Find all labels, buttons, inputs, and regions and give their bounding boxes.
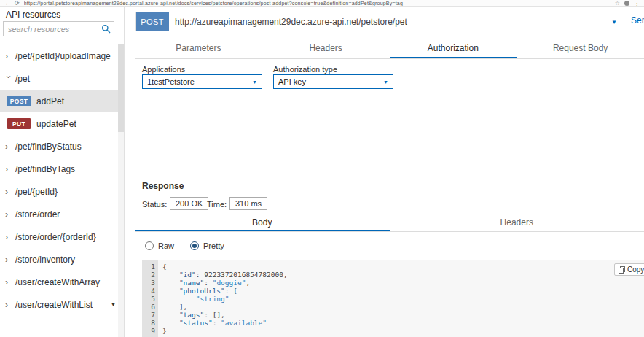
sidebar-item-label: /pet/findByTags — [15, 164, 75, 174]
pretty-radio[interactable] — [190, 241, 199, 250]
chevron-right-icon: › — [5, 142, 12, 151]
sidebar-scrollbar[interactable] — [118, 44, 124, 337]
sidebar-item-/store/order/{orderId}[interactable]: ›/store/order/{orderId} — [0, 225, 119, 248]
sidebar-item-label: /user/createWithArray — [15, 277, 100, 287]
code-line-numbers: 123456789 — [142, 260, 158, 337]
request-url-bar: POST ▼ — [135, 12, 624, 31]
sidebar-item-label: /pet — [15, 74, 30, 84]
response-body-code: 123456789 { "id": 9223372016854782000, "… — [142, 260, 644, 337]
response-title: Response — [142, 181, 184, 191]
back-icon[interactable]: ← — [4, 0, 10, 7]
sidebar-item-/pet/{petId}[interactable]: ›/pet/{petId} — [0, 180, 119, 203]
request-url-wrap: ▼ — [169, 12, 624, 31]
sidebar-item-label: /user/createWithList — [15, 300, 93, 310]
reload-icon[interactable]: ⟳ — [15, 0, 20, 7]
sidebar-item-label: /pet/{petId}/uploadImage — [15, 51, 111, 61]
copy-button[interactable]: Copy — [614, 263, 644, 276]
authorization-type-select[interactable]: API key ▼ — [273, 74, 393, 89]
applications-select-value: 1testPetstore — [147, 77, 195, 86]
search-icon[interactable] — [101, 24, 111, 34]
sidebar-operation-updatePet[interactable]: PUTupdatePet — [0, 112, 119, 135]
applications-select[interactable]: 1testPetstore ▼ — [142, 74, 262, 89]
request-tabs: Parameters Headers Authorization Request… — [135, 39, 644, 59]
tab-parameters[interactable]: Parameters — [135, 39, 262, 58]
method-badge-put: PUT — [7, 118, 31, 129]
code-line: "status": "available" — [162, 319, 644, 327]
sidebar-operation-addPet[interactable]: POSTaddPet — [0, 90, 119, 112]
code-line: } — [162, 327, 644, 335]
tab-response-headers[interactable]: Headers — [390, 214, 644, 231]
chevron-down-icon: › — [4, 75, 13, 82]
chevron-right-icon: › — [5, 233, 12, 241]
authorization-type-label: Authorization type — [273, 65, 337, 74]
chevron-right-icon: › — [5, 165, 12, 174]
chevron-right-icon: › — [5, 278, 12, 287]
raw-radio[interactable] — [145, 241, 154, 250]
sidebar-item-label: /store/order/{orderId} — [15, 232, 96, 242]
chevron-right-icon: › — [5, 210, 12, 219]
method-badge-post: POST — [7, 96, 31, 106]
code-line: "tags": [], — [162, 311, 644, 319]
api-console-screen: ← ⟳ https://portal.petstoreapimanagement… — [0, 0, 644, 337]
sidebar-item-/pet/findByTags[interactable]: ›/pet/findByTags — [0, 158, 119, 180]
send-button[interactable]: Send — [631, 15, 644, 26]
sidebar-item-/store/order[interactable]: ›/store/order — [0, 203, 119, 225]
code-line: "photoUrls": [ — [162, 287, 644, 295]
raw-radio-label: Raw — [158, 241, 174, 250]
chevron-right-icon: › — [5, 255, 12, 264]
sidebar-item-list: ›/pet/{petId}/uploadImage›/petPOSTaddPet… — [0, 44, 119, 316]
tab-response-body[interactable]: Body — [135, 214, 390, 231]
sidebar-item-/store/inventory[interactable]: ›/store/inventory — [0, 248, 119, 271]
chevron-down-icon: ▼ — [383, 80, 388, 85]
sidebar-item-label: updatePet — [36, 119, 76, 129]
chevron-right-icon: › — [5, 187, 12, 196]
status-badge: 200 OK — [170, 197, 208, 210]
browser-url[interactable]: https://portal.petstoreapimanagement29de… — [24, 1, 610, 6]
star-icon[interactable]: ☆ — [615, 0, 620, 7]
method-badge-post: POST — [136, 12, 169, 31]
sidebar-item-/pet/{petId}/uploadImage[interactable]: ›/pet/{petId}/uploadImage — [0, 44, 119, 67]
sidebar-item-/user/createWithList[interactable]: ›/user/createWithList▼ — [0, 293, 119, 316]
request-url-input[interactable] — [169, 12, 624, 31]
scrollbar-thumb[interactable] — [118, 44, 124, 132]
browser-address-bar[interactable]: ← ⟳ https://portal.petstoreapimanagement… — [0, 0, 644, 7]
sidebar-item-/pet/findByStatus[interactable]: ›/pet/findByStatus — [0, 135, 119, 158]
search-box — [3, 21, 114, 36]
sidebar-item-label: /pet/{petId} — [15, 187, 58, 197]
search-input[interactable] — [4, 25, 101, 34]
tab-authorization[interactable]: Authorization — [390, 39, 517, 58]
sidebar-title: API resources — [6, 9, 60, 20]
sidebar-item-label: /store/inventory — [15, 255, 75, 265]
sidebar-item-label: /store/order — [15, 209, 60, 220]
time-badge: 310 ms — [229, 197, 267, 210]
sidebar-item-label: addPet — [36, 96, 64, 106]
sidebar-item-/pet[interactable]: ›/pet — [0, 67, 119, 90]
sidebar-divider — [0, 42, 125, 42]
sidebar: API resources ›/pet/{petId}/uploadImage›… — [0, 7, 125, 337]
code-line: { — [162, 263, 644, 271]
profile-avatar[interactable] — [624, 1, 629, 6]
chevron-right-icon: › — [5, 301, 12, 309]
pretty-radio-label: Pretty — [203, 241, 224, 250]
code-line: "name": "doggie", — [162, 279, 644, 287]
code-line: ], — [162, 303, 644, 311]
status-label: Status: — [142, 200, 167, 209]
body-format-radios: Raw Pretty — [145, 241, 224, 250]
copy-button-label: Copy — [627, 266, 644, 274]
code-line: "id": 9223372016854782000, — [162, 271, 644, 279]
sidebar-item-/user/createWithArray[interactable]: ›/user/createWithArray — [0, 271, 119, 293]
tab-request-body[interactable]: Request Body — [517, 39, 644, 58]
authorization-type-select-value: API key — [278, 77, 306, 86]
tab-headers[interactable]: Headers — [262, 39, 390, 58]
menu-icon[interactable]: ⋮ — [634, 0, 640, 7]
chevron-down-icon: ▼ — [252, 80, 257, 85]
time-label: Time: — [207, 200, 227, 209]
chevron-down-icon[interactable]: ▼ — [111, 302, 116, 307]
response-tabs: Body Headers — [135, 214, 644, 232]
chevron-right-icon: › — [5, 52, 12, 61]
code-line: "string" — [162, 295, 644, 303]
applications-label: Applications — [142, 65, 185, 74]
code-content[interactable]: { "id": 9223372016854782000, "name": "do… — [158, 260, 644, 337]
copy-icon — [619, 266, 625, 274]
sidebar-item-label: /pet/findByStatus — [15, 142, 82, 152]
